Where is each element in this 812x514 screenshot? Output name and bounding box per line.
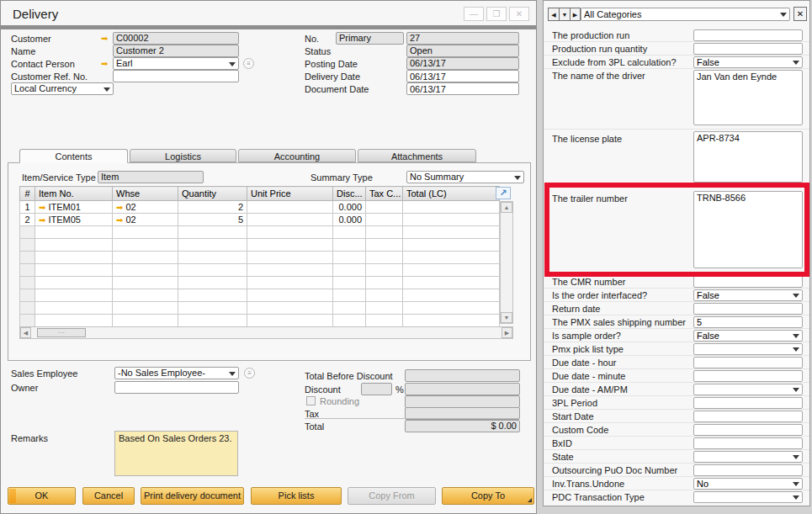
- grid-vertical-scrollbar[interactable]: ▲ ▼: [500, 201, 513, 324]
- udf-row: BxID: [544, 437, 809, 450]
- pick-list-type-dropdown[interactable]: [693, 343, 803, 355]
- chevron-down-icon: [229, 62, 236, 66]
- doc-series-field[interactable]: Primary: [336, 32, 404, 45]
- rounding-checkbox[interactable]: [306, 396, 316, 405]
- remarks-textarea[interactable]: Based On Sales Orders 23.: [114, 431, 238, 476]
- ok-button[interactable]: OK: [8, 487, 76, 505]
- cancel-button[interactable]: Cancel: [82, 487, 135, 505]
- trailer-number-textarea[interactable]: TRNB-8566: [693, 191, 803, 268]
- table-row: [20, 239, 500, 252]
- driver-name-textarea[interactable]: Jan Van den Eynde: [693, 70, 803, 125]
- quantity-cell[interactable]: 2: [178, 201, 247, 214]
- copy-to-button[interactable]: Copy To: [442, 487, 534, 505]
- bxid-input[interactable]: [693, 437, 803, 449]
- return-date-input[interactable]: [693, 303, 803, 315]
- due-hour-input[interactable]: [693, 357, 803, 368]
- next-category-icon[interactable]: ▶: [570, 8, 581, 21]
- chevron-down-icon: [793, 294, 799, 298]
- item-service-type-field[interactable]: Item: [98, 171, 204, 183]
- discount-cell[interactable]: 0.000: [333, 201, 366, 214]
- total-before-discount-label: Total Before Discount: [305, 371, 393, 382]
- udf-label: The license plate: [552, 134, 622, 144]
- tax-cell[interactable]: [366, 201, 403, 214]
- delivery-date-input[interactable]: [406, 70, 519, 82]
- grid-horizontal-scrollbar[interactable]: ◀ ⋯ ▶: [19, 326, 513, 339]
- inv-trans-undone-dropdown[interactable]: No: [693, 478, 803, 490]
- list-icon[interactable]: ≡: [244, 368, 255, 379]
- name-field[interactable]: Customer 2: [113, 45, 239, 57]
- contact-person-dropdown[interactable]: Earl: [113, 57, 239, 70]
- tax-cell[interactable]: [366, 214, 403, 226]
- scroll-up-icon[interactable]: ▲: [501, 202, 512, 213]
- link-arrow-icon[interactable]: ➡: [116, 215, 123, 225]
- scrollbar-thumb[interactable]: ⋯: [37, 328, 86, 337]
- list-icon[interactable]: ≡: [243, 58, 254, 69]
- custom-code-input[interactable]: [693, 424, 803, 436]
- quantity-cell[interactable]: 5: [178, 214, 247, 226]
- license-plate-textarea[interactable]: APR-8734: [693, 131, 803, 183]
- cmr-number-input[interactable]: [693, 276, 803, 288]
- item-no-cell[interactable]: ➡ITEM01: [35, 201, 113, 214]
- tab-accounting[interactable]: Accounting: [238, 149, 356, 162]
- order-interfaced-dropdown[interactable]: False: [693, 289, 803, 301]
- summary-type-dropdown[interactable]: No Summary: [406, 171, 524, 183]
- document-date-input[interactable]: [406, 82, 519, 95]
- panel-close-icon[interactable]: ✕: [793, 7, 807, 21]
- whse-cell[interactable]: ➡02: [113, 214, 178, 226]
- chevron-down-icon: [793, 495, 799, 500]
- scroll-left-icon[interactable]: ◀: [20, 327, 31, 338]
- link-arrow-icon[interactable]: ➡: [101, 59, 108, 69]
- customer-ref-input[interactable]: [113, 70, 239, 82]
- production-run-input[interactable]: [693, 29, 803, 41]
- link-arrow-icon[interactable]: ➡: [116, 203, 123, 212]
- scroll-down-icon[interactable]: ▼: [501, 312, 512, 323]
- due-minute-input[interactable]: [693, 370, 803, 382]
- 3pl-period-input[interactable]: [693, 397, 803, 409]
- production-run-qty-input[interactable]: [693, 43, 803, 55]
- print-delivery-document-button[interactable]: Print delivery document: [141, 487, 244, 505]
- link-arrow-icon[interactable]: ➡: [101, 34, 108, 44]
- state-dropdown[interactable]: [693, 451, 803, 463]
- due-ampm-dropdown[interactable]: [693, 384, 803, 395]
- start-date-input[interactable]: [693, 411, 803, 422]
- discount-cell[interactable]: 0.000: [333, 214, 366, 226]
- unit-price-cell[interactable]: [247, 214, 333, 226]
- category-dropdown[interactable]: All Categories: [581, 8, 790, 21]
- tab-logistics[interactable]: Logistics: [130, 149, 236, 162]
- udf-row: Exclude from 3PL calculation? False: [544, 56, 809, 69]
- total-cell[interactable]: [403, 214, 500, 226]
- whse-cell[interactable]: ➡02: [113, 201, 178, 214]
- link-arrow-icon[interactable]: ➡: [39, 215, 45, 225]
- exclude-3pl-dropdown[interactable]: False: [693, 56, 803, 68]
- scroll-right-icon[interactable]: ▶: [502, 327, 512, 338]
- customer-field[interactable]: C00002: [113, 32, 239, 45]
- col-header-quantity: Quantity: [178, 187, 247, 201]
- pick-lists-button[interactable]: Pick lists: [251, 487, 342, 505]
- maximize-icon[interactable]: ❐: [486, 7, 507, 21]
- sample-order-dropdown[interactable]: False: [693, 330, 803, 342]
- table-row: [20, 252, 500, 264]
- total-field: $ 0.00: [405, 420, 520, 432]
- tab-attachments[interactable]: Attachments: [358, 149, 476, 162]
- prev-category-icon[interactable]: ◀: [548, 8, 559, 21]
- link-arrow-icon[interactable]: ➡: [39, 203, 45, 212]
- doc-no-field[interactable]: 27: [406, 32, 519, 45]
- item-no-cell[interactable]: ➡ITEM05: [35, 214, 113, 226]
- close-icon[interactable]: ✕: [509, 7, 529, 21]
- unit-price-cell[interactable]: [247, 201, 333, 214]
- owner-input[interactable]: [114, 381, 239, 394]
- minimize-icon[interactable]: —: [464, 7, 484, 21]
- tab-contents[interactable]: Contents: [19, 149, 128, 163]
- discount-pct-field[interactable]: [361, 383, 392, 395]
- sales-employee-dropdown[interactable]: -No Sales Employee-: [114, 367, 239, 379]
- category-list-icon[interactable]: ▼: [559, 8, 570, 21]
- expand-grid-icon[interactable]: ↗: [496, 187, 511, 199]
- pdc-transaction-type-dropdown[interactable]: [693, 491, 803, 503]
- currency-dropdown[interactable]: Local Currency: [11, 82, 114, 95]
- total-cell[interactable]: [403, 201, 500, 214]
- outsourcing-puo-input[interactable]: [693, 464, 803, 476]
- pmx-shipping-number-input[interactable]: [693, 316, 803, 328]
- posting-date-field[interactable]: 06/13/17: [406, 57, 519, 70]
- udf-row: Due date - hour: [544, 356, 809, 369]
- contact-person-label: Contact Person: [11, 59, 75, 70]
